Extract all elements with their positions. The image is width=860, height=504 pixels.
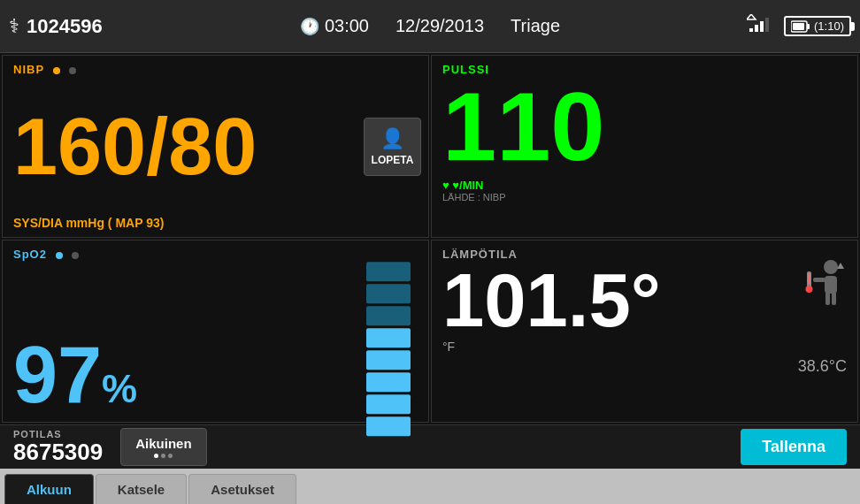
bar-seg-4 xyxy=(366,350,411,370)
nibp-dot-inactive xyxy=(69,67,76,74)
bottom-bar: POTILAS 8675309 Aikuinen Tallenna xyxy=(0,424,860,469)
spo2-dot-active xyxy=(56,252,63,259)
aikuinen-dots xyxy=(154,454,173,458)
dot-1 xyxy=(154,454,158,458)
dot-2 xyxy=(161,454,165,458)
svg-rect-15 xyxy=(808,273,810,284)
temp-celsius: 38.6°C xyxy=(442,357,847,376)
bar-seg-8 xyxy=(366,262,411,281)
aikuinen-button[interactable]: Aikuinen xyxy=(120,428,206,466)
lopeta-button[interactable]: 👤 LOPETA xyxy=(364,118,421,176)
temp-value: 101.5° xyxy=(442,263,847,338)
lopeta-label: LOPETA xyxy=(372,154,414,166)
caduceus-icon: ⚕ xyxy=(9,15,19,38)
tallenna-button[interactable]: Tallenna xyxy=(741,429,847,465)
header-right: (1:10) xyxy=(641,14,851,38)
svg-rect-12 xyxy=(813,278,825,282)
spo2-header: SpO2 xyxy=(13,248,418,263)
svg-marker-1 xyxy=(755,25,758,32)
nibp-subtext: SYS/DIA mmHg ( MAP 93) xyxy=(13,216,418,230)
signal-icon xyxy=(747,14,773,38)
spo2-label: SpO2 xyxy=(13,248,47,261)
bar-seg-3 xyxy=(366,372,411,392)
thermometer-person-icon xyxy=(800,258,844,330)
svg-point-14 xyxy=(806,286,813,293)
patient-id: 1024596 xyxy=(27,15,103,38)
header: ⚕ 1024596 🕐 03:00 12/29/2013 Triage xyxy=(0,0,860,53)
temperature-panel: LÄMPÖTILA 101.5° °F 38.6°C xyxy=(431,240,858,423)
spo2-dot-inactive xyxy=(72,252,79,259)
svg-rect-9 xyxy=(825,276,837,294)
bar-seg-5 xyxy=(366,328,411,347)
svg-marker-16 xyxy=(837,263,844,269)
time-display: 🕐 03:00 xyxy=(300,16,369,36)
spo2-panel: SpO2 97% xyxy=(2,240,429,423)
bar-seg-6 xyxy=(366,306,411,325)
heart-icon: ♥ xyxy=(442,179,449,192)
battery-time: (1:10) xyxy=(814,19,844,33)
svg-marker-0 xyxy=(749,28,753,32)
svg-point-8 xyxy=(824,260,838,274)
svg-rect-6 xyxy=(807,24,810,29)
spo2-bar-graph xyxy=(366,262,411,436)
time-value: 03:00 xyxy=(325,16,369,36)
spo2-value: 97% xyxy=(13,335,418,415)
person-icon: 👤 xyxy=(380,127,404,150)
triage-label: Triage xyxy=(511,16,560,36)
tab-katsele[interactable]: Katsele xyxy=(96,474,187,504)
dot-3 xyxy=(168,454,173,458)
bar-seg-1 xyxy=(366,416,411,436)
tab-asetukset[interactable]: Asetukset xyxy=(188,474,296,504)
aikuinen-label: Aikuinen xyxy=(135,436,191,451)
pulssi-unit: ♥ ♥/MIN xyxy=(442,179,847,192)
nibp-panel: NIBP 160/80 SYS/DIA mmHg ( MAP 93) 👤 LOP… xyxy=(2,55,429,238)
patient-section: ⚕ 1024596 xyxy=(9,15,219,38)
battery-indicator: (1:10) xyxy=(784,16,851,36)
svg-marker-4 xyxy=(747,14,756,19)
main-panels: NIBP 160/80 SYS/DIA mmHg ( MAP 93) 👤 LOP… xyxy=(0,53,860,424)
nibp-dot-active xyxy=(53,67,60,74)
svg-rect-11 xyxy=(832,292,836,305)
nibp-value: 160/80 xyxy=(13,78,418,216)
bar-seg-7 xyxy=(366,284,411,303)
svg-marker-3 xyxy=(765,18,769,32)
nav-tabs: Alkuun Katsele Asetukset xyxy=(0,469,860,504)
nibp-label: NIBP xyxy=(13,63,44,76)
clock-icon: 🕐 xyxy=(300,17,319,36)
svg-marker-2 xyxy=(760,21,764,32)
spo2-value-container: 97% xyxy=(13,263,418,415)
patient-info: POTILAS 8675309 xyxy=(13,429,103,465)
temp-unit-f: °F xyxy=(442,340,847,354)
tab-alkuun[interactable]: Alkuun xyxy=(4,474,94,504)
svg-rect-10 xyxy=(825,292,830,305)
bar-seg-2 xyxy=(366,394,411,414)
pulssi-value: 110 xyxy=(442,78,847,175)
pulssi-panel: PULSSI 110 ♥ ♥/MIN LÄHDE : NIBP xyxy=(431,55,858,238)
nibp-header: NIBP xyxy=(13,63,418,78)
potilas-id: 8675309 xyxy=(13,439,103,465)
header-center: 🕐 03:00 12/29/2013 Triage xyxy=(219,16,641,36)
svg-rect-7 xyxy=(793,23,804,30)
pulssi-source: LÄHDE : NIBP xyxy=(442,192,847,202)
date-display: 12/29/2013 xyxy=(395,16,484,36)
